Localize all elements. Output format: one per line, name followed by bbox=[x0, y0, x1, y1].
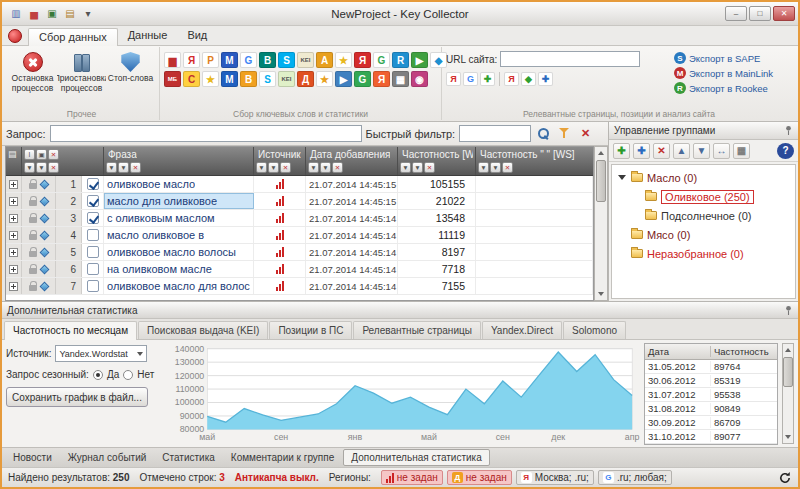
transfer-phrases-icon[interactable]: ↔ bbox=[713, 143, 730, 159]
row-checkbox[interactable] bbox=[87, 263, 99, 275]
grid-scrollbar[interactable] bbox=[594, 146, 608, 301]
filter-icon[interactable]: ▼ bbox=[268, 162, 279, 173]
mutagen-icon[interactable]: МБ bbox=[164, 71, 181, 87]
tab-positions[interactable]: Позиции в ПС bbox=[269, 321, 352, 339]
hand-collect-icon[interactable]: ★ bbox=[335, 52, 352, 68]
row-checkbox[interactable] bbox=[87, 178, 99, 190]
expand-row-icon[interactable] bbox=[9, 282, 18, 291]
lock-icon[interactable] bbox=[29, 200, 37, 206]
filter-funnel-icon[interactable] bbox=[556, 125, 573, 142]
delete-group-icon[interactable]: ✕ bbox=[653, 143, 670, 159]
phrase-cell[interactable]: оливковое масло волосы bbox=[104, 244, 254, 260]
pin-icon[interactable] bbox=[784, 305, 793, 316]
rambler-icon[interactable]: Р bbox=[202, 52, 219, 68]
sort-icon[interactable]: ▼ bbox=[308, 162, 319, 173]
yandex-site-icon[interactable]: Я bbox=[446, 72, 461, 86]
filter-icon[interactable]: ▼ bbox=[118, 162, 129, 173]
add-subgroup-icon[interactable]: ✚ bbox=[633, 143, 650, 159]
phrase-cell[interactable]: на оливковом масле bbox=[104, 261, 254, 277]
phrase-badge-icon[interactable] bbox=[40, 247, 50, 257]
maximize-button[interactable]: □ bbox=[749, 6, 771, 21]
search-plus-icon[interactable] bbox=[535, 125, 552, 142]
lock-icon[interactable] bbox=[29, 268, 37, 274]
direct-region-badge[interactable]: Дне задан bbox=[447, 470, 512, 485]
direct-forecast-icon[interactable]: Д bbox=[297, 71, 314, 87]
phrase-badge-icon[interactable] bbox=[40, 264, 50, 274]
scroll-thumb[interactable] bbox=[783, 357, 793, 387]
filter-icon[interactable]: ▼ bbox=[320, 162, 331, 173]
analyze-site-icon[interactable]: ✚ bbox=[538, 72, 553, 86]
group-settings-icon[interactable]: ▦ bbox=[733, 143, 750, 159]
phrase-cell[interactable]: с оливковым маслом bbox=[104, 210, 254, 226]
tab-frequency-by-month[interactable]: Частотность по месяцам bbox=[4, 321, 137, 340]
scroll-thumb[interactable] bbox=[596, 160, 606, 202]
clear-filter-icon[interactable]: ✕ bbox=[332, 162, 343, 173]
stopwords-button[interactable]: Стоп-слова bbox=[106, 49, 155, 107]
expand-row-icon[interactable] bbox=[9, 180, 18, 189]
refresh-icon[interactable] bbox=[778, 471, 792, 485]
suggest-icon[interactable]: S bbox=[278, 52, 295, 68]
columns-settings-icon[interactable]: ▤ bbox=[8, 149, 17, 159]
ribbon-tab-view[interactable]: Вид bbox=[177, 27, 217, 45]
ribbon-tab-collect[interactable]: Сбор данных bbox=[28, 28, 118, 46]
tab-yandex-direct[interactable]: Yandex.Direct bbox=[482, 321, 562, 339]
bukvarix-icon[interactable]: B bbox=[240, 71, 257, 87]
sort-icon[interactable]: ▼ bbox=[256, 162, 267, 173]
clear-filter-icon[interactable]: ✕ bbox=[130, 162, 141, 173]
expand-row-icon[interactable] bbox=[9, 214, 18, 223]
megaindex-icon[interactable]: M bbox=[221, 71, 238, 87]
minimize-button[interactable]: – bbox=[725, 6, 747, 21]
lock-icon[interactable] bbox=[29, 234, 37, 240]
clear-query-icon[interactable]: ✕ bbox=[577, 125, 594, 142]
expand-row-icon[interactable] bbox=[9, 248, 18, 257]
export-rookee-link[interactable]: RЭкспорт в Rookee bbox=[674, 82, 792, 94]
expand-row-icon[interactable] bbox=[9, 231, 18, 240]
yandex-region-badge[interactable]: ЯМосква; .ru; bbox=[516, 470, 594, 485]
tab-serp-kei[interactable]: Поисковая выдача (KEI) bbox=[138, 321, 268, 339]
hand-collect3-icon[interactable]: ★ bbox=[316, 71, 333, 87]
ribbon-tab-data[interactable]: Данные bbox=[118, 27, 178, 45]
flag-icon[interactable]: ▶ bbox=[335, 71, 352, 87]
phrase-badge-icon[interactable] bbox=[40, 196, 50, 206]
trends-icon[interactable]: G bbox=[354, 71, 371, 87]
clear-filter-icon[interactable]: ✕ bbox=[424, 162, 435, 173]
header-ws-quoted-column[interactable]: Частотность " " [WS] ▼▼✕ bbox=[476, 147, 593, 175]
relevant-pages-icon[interactable]: ◆ bbox=[521, 72, 536, 86]
tab-additional-statistics[interactable]: Дополнительная статистика bbox=[343, 449, 489, 466]
target-icon[interactable]: ◉ bbox=[411, 71, 428, 87]
invert-selection-icon[interactable]: ✕ bbox=[48, 149, 59, 160]
scroll-down-icon[interactable] bbox=[596, 289, 606, 299]
expand-row-icon[interactable] bbox=[9, 265, 18, 274]
quick-filter-input[interactable] bbox=[459, 125, 531, 142]
project-icon[interactable]: ▥ bbox=[8, 6, 24, 22]
phrase-badge-icon[interactable] bbox=[40, 230, 50, 240]
seopult-icon[interactable]: С bbox=[183, 71, 200, 87]
tree-item[interactable]: Неразобранное (0) bbox=[612, 244, 795, 263]
tab-statistics[interactable]: Статистика bbox=[155, 450, 222, 465]
tree-item[interactable]: Подсолнечное (0) bbox=[612, 206, 795, 225]
wordstat-chart-icon[interactable]: ▆ bbox=[164, 52, 181, 68]
tab-news[interactable]: Новости bbox=[6, 450, 59, 465]
sort-icon[interactable]: ▼ bbox=[24, 162, 35, 173]
lock-icon[interactable] bbox=[29, 251, 37, 257]
tab-solomono[interactable]: Solomono bbox=[563, 321, 626, 339]
move-up-icon[interactable]: ▲ bbox=[673, 143, 690, 159]
header-source-column[interactable]: Источник ▼▼✕ bbox=[254, 147, 306, 175]
tree-item[interactable]: Масло (0) bbox=[612, 168, 795, 187]
kei2-icon[interactable]: KEI bbox=[278, 71, 295, 87]
yandex-wordstat-icon[interactable]: Я bbox=[183, 52, 200, 68]
run-collect-icon[interactable]: ▶ bbox=[411, 52, 428, 68]
grid-collect-icon[interactable]: ▦ bbox=[392, 71, 409, 87]
mail-icon[interactable]: M bbox=[221, 52, 238, 68]
google-icon[interactable]: G bbox=[240, 52, 257, 68]
header-ws-column[interactable]: Частотность [WS] ▼▼✕ bbox=[398, 147, 476, 175]
app-menu-button[interactable] bbox=[8, 29, 22, 43]
lock-icon[interactable] bbox=[29, 217, 37, 223]
uncheck-all-icon[interactable]: ▣ bbox=[36, 149, 47, 160]
query-input[interactable] bbox=[50, 125, 362, 142]
kei-icon[interactable]: KEI bbox=[297, 52, 314, 68]
row-checkbox[interactable] bbox=[87, 229, 99, 241]
hand-collect2-icon[interactable]: ★ bbox=[202, 71, 219, 87]
wordstat-region-badge[interactable]: не задан bbox=[381, 470, 443, 485]
tree-item[interactable]: Оливковое (250) bbox=[612, 187, 795, 206]
